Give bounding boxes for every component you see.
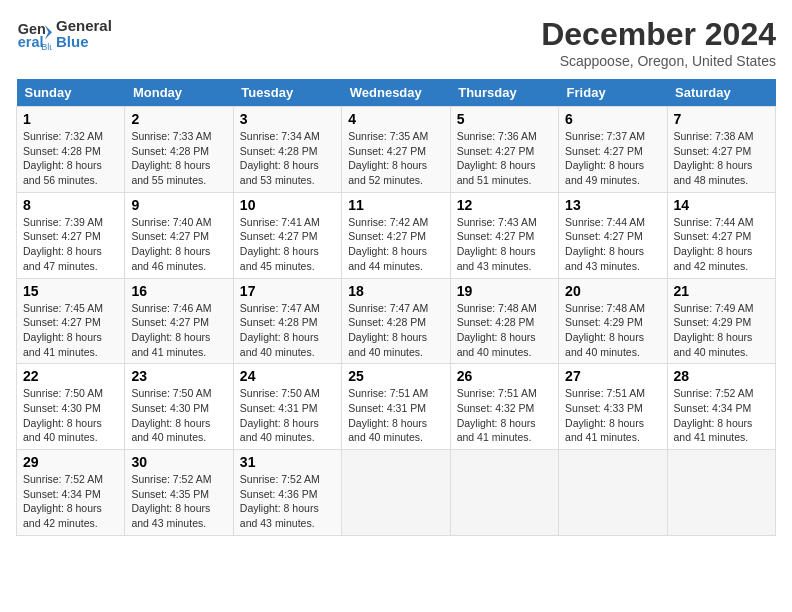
day-info: Sunrise: 7:47 AMSunset: 4:28 PMDaylight:… (348, 301, 443, 360)
calendar-cell (559, 450, 667, 536)
calendar-cell: 30Sunrise: 7:52 AMSunset: 4:35 PMDayligh… (125, 450, 233, 536)
day-number: 30 (131, 454, 226, 470)
weekday-header-saturday: Saturday (667, 79, 775, 107)
day-info: Sunrise: 7:47 AMSunset: 4:28 PMDaylight:… (240, 301, 335, 360)
calendar-week-2: 8Sunrise: 7:39 AMSunset: 4:27 PMDaylight… (17, 192, 776, 278)
svg-text:Blue: Blue (41, 42, 52, 52)
day-number: 27 (565, 368, 660, 384)
day-number: 2 (131, 111, 226, 127)
day-info: Sunrise: 7:43 AMSunset: 4:27 PMDaylight:… (457, 215, 552, 274)
calendar-week-5: 29Sunrise: 7:52 AMSunset: 4:34 PMDayligh… (17, 450, 776, 536)
calendar-week-1: 1Sunrise: 7:32 AMSunset: 4:28 PMDaylight… (17, 107, 776, 193)
day-info: Sunrise: 7:33 AMSunset: 4:28 PMDaylight:… (131, 129, 226, 188)
calendar-cell (450, 450, 558, 536)
day-number: 9 (131, 197, 226, 213)
calendar-cell: 12Sunrise: 7:43 AMSunset: 4:27 PMDayligh… (450, 192, 558, 278)
calendar-cell: 26Sunrise: 7:51 AMSunset: 4:32 PMDayligh… (450, 364, 558, 450)
day-info: Sunrise: 7:48 AMSunset: 4:29 PMDaylight:… (565, 301, 660, 360)
day-info: Sunrise: 7:44 AMSunset: 4:27 PMDaylight:… (565, 215, 660, 274)
calendar-cell: 24Sunrise: 7:50 AMSunset: 4:31 PMDayligh… (233, 364, 341, 450)
day-number: 26 (457, 368, 552, 384)
calendar-cell (342, 450, 450, 536)
calendar-cell (667, 450, 775, 536)
calendar-cell: 8Sunrise: 7:39 AMSunset: 4:27 PMDaylight… (17, 192, 125, 278)
calendar-cell: 19Sunrise: 7:48 AMSunset: 4:28 PMDayligh… (450, 278, 558, 364)
day-info: Sunrise: 7:44 AMSunset: 4:27 PMDaylight:… (674, 215, 769, 274)
day-number: 20 (565, 283, 660, 299)
day-info: Sunrise: 7:38 AMSunset: 4:27 PMDaylight:… (674, 129, 769, 188)
day-info: Sunrise: 7:34 AMSunset: 4:28 PMDaylight:… (240, 129, 335, 188)
day-info: Sunrise: 7:35 AMSunset: 4:27 PMDaylight:… (348, 129, 443, 188)
calendar-cell: 22Sunrise: 7:50 AMSunset: 4:30 PMDayligh… (17, 364, 125, 450)
day-info: Sunrise: 7:52 AMSunset: 4:34 PMDaylight:… (674, 386, 769, 445)
day-number: 4 (348, 111, 443, 127)
calendar-cell: 31Sunrise: 7:52 AMSunset: 4:36 PMDayligh… (233, 450, 341, 536)
day-info: Sunrise: 7:51 AMSunset: 4:31 PMDaylight:… (348, 386, 443, 445)
calendar-cell: 25Sunrise: 7:51 AMSunset: 4:31 PMDayligh… (342, 364, 450, 450)
weekday-header-thursday: Thursday (450, 79, 558, 107)
day-info: Sunrise: 7:40 AMSunset: 4:27 PMDaylight:… (131, 215, 226, 274)
day-number: 6 (565, 111, 660, 127)
calendar-cell: 2Sunrise: 7:33 AMSunset: 4:28 PMDaylight… (125, 107, 233, 193)
weekday-header-wednesday: Wednesday (342, 79, 450, 107)
calendar-cell: 11Sunrise: 7:42 AMSunset: 4:27 PMDayligh… (342, 192, 450, 278)
calendar-cell: 27Sunrise: 7:51 AMSunset: 4:33 PMDayligh… (559, 364, 667, 450)
calendar-cell: 10Sunrise: 7:41 AMSunset: 4:27 PMDayligh… (233, 192, 341, 278)
calendar-title-area: December 2024 Scappoose, Oregon, United … (541, 16, 776, 69)
day-info: Sunrise: 7:41 AMSunset: 4:27 PMDaylight:… (240, 215, 335, 274)
day-info: Sunrise: 7:36 AMSunset: 4:27 PMDaylight:… (457, 129, 552, 188)
day-info: Sunrise: 7:51 AMSunset: 4:32 PMDaylight:… (457, 386, 552, 445)
day-info: Sunrise: 7:50 AMSunset: 4:31 PMDaylight:… (240, 386, 335, 445)
day-number: 5 (457, 111, 552, 127)
calendar-cell: 9Sunrise: 7:40 AMSunset: 4:27 PMDaylight… (125, 192, 233, 278)
day-number: 11 (348, 197, 443, 213)
day-number: 22 (23, 368, 118, 384)
calendar-cell: 21Sunrise: 7:49 AMSunset: 4:29 PMDayligh… (667, 278, 775, 364)
day-number: 23 (131, 368, 226, 384)
day-number: 12 (457, 197, 552, 213)
calendar-location: Scappoose, Oregon, United States (541, 53, 776, 69)
day-number: 19 (457, 283, 552, 299)
day-info: Sunrise: 7:46 AMSunset: 4:27 PMDaylight:… (131, 301, 226, 360)
generalblue-logo-icon: Gen eral Blue (16, 16, 52, 52)
day-info: Sunrise: 7:48 AMSunset: 4:28 PMDaylight:… (457, 301, 552, 360)
day-info: Sunrise: 7:52 AMSunset: 4:36 PMDaylight:… (240, 472, 335, 531)
day-info: Sunrise: 7:39 AMSunset: 4:27 PMDaylight:… (23, 215, 118, 274)
calendar-cell: 7Sunrise: 7:38 AMSunset: 4:27 PMDaylight… (667, 107, 775, 193)
day-info: Sunrise: 7:37 AMSunset: 4:27 PMDaylight:… (565, 129, 660, 188)
calendar-cell: 15Sunrise: 7:45 AMSunset: 4:27 PMDayligh… (17, 278, 125, 364)
day-number: 18 (348, 283, 443, 299)
day-info: Sunrise: 7:52 AMSunset: 4:34 PMDaylight:… (23, 472, 118, 531)
calendar-cell: 18Sunrise: 7:47 AMSunset: 4:28 PMDayligh… (342, 278, 450, 364)
day-number: 13 (565, 197, 660, 213)
day-info: Sunrise: 7:50 AMSunset: 4:30 PMDaylight:… (23, 386, 118, 445)
calendar-cell: 4Sunrise: 7:35 AMSunset: 4:27 PMDaylight… (342, 107, 450, 193)
day-info: Sunrise: 7:45 AMSunset: 4:27 PMDaylight:… (23, 301, 118, 360)
calendar-cell: 20Sunrise: 7:48 AMSunset: 4:29 PMDayligh… (559, 278, 667, 364)
svg-marker-2 (45, 25, 52, 39)
calendar-cell: 17Sunrise: 7:47 AMSunset: 4:28 PMDayligh… (233, 278, 341, 364)
calendar-cell: 3Sunrise: 7:34 AMSunset: 4:28 PMDaylight… (233, 107, 341, 193)
day-number: 15 (23, 283, 118, 299)
day-number: 10 (240, 197, 335, 213)
day-info: Sunrise: 7:51 AMSunset: 4:33 PMDaylight:… (565, 386, 660, 445)
calendar-cell: 5Sunrise: 7:36 AMSunset: 4:27 PMDaylight… (450, 107, 558, 193)
calendar-month-year: December 2024 (541, 16, 776, 53)
calendar-cell: 23Sunrise: 7:50 AMSunset: 4:30 PMDayligh… (125, 364, 233, 450)
day-info: Sunrise: 7:42 AMSunset: 4:27 PMDaylight:… (348, 215, 443, 274)
calendar-week-4: 22Sunrise: 7:50 AMSunset: 4:30 PMDayligh… (17, 364, 776, 450)
day-number: 21 (674, 283, 769, 299)
weekday-header-friday: Friday (559, 79, 667, 107)
calendar-cell: 29Sunrise: 7:52 AMSunset: 4:34 PMDayligh… (17, 450, 125, 536)
logo: Gen eral Blue General Blue (16, 16, 112, 52)
day-number: 3 (240, 111, 335, 127)
calendar-cell: 13Sunrise: 7:44 AMSunset: 4:27 PMDayligh… (559, 192, 667, 278)
day-number: 24 (240, 368, 335, 384)
calendar-cell: 14Sunrise: 7:44 AMSunset: 4:27 PMDayligh… (667, 192, 775, 278)
day-number: 7 (674, 111, 769, 127)
day-number: 1 (23, 111, 118, 127)
weekday-header-tuesday: Tuesday (233, 79, 341, 107)
day-number: 25 (348, 368, 443, 384)
header: Gen eral Blue General Blue December 2024… (16, 16, 776, 69)
day-number: 16 (131, 283, 226, 299)
